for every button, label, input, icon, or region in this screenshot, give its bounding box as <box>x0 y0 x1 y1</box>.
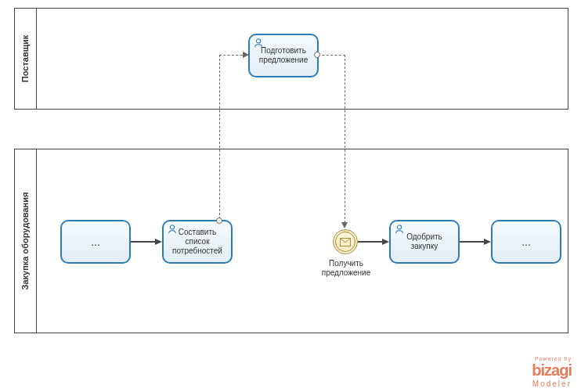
message-flow-2-h <box>318 55 345 56</box>
flow-arrowhead-3 <box>484 239 491 245</box>
task-prepare-proposal-label: Подготовить предложение <box>253 46 314 65</box>
task-collapsed-left-label: ... <box>91 236 100 248</box>
pool-supplier: Поставщик Подготовить предложение <box>14 8 568 110</box>
task-collapsed-right-label: ... <box>521 236 531 248</box>
svg-point-1 <box>170 225 174 229</box>
task-compose-list[interactable]: Составить список потребностей <box>162 220 233 264</box>
flow-arrow-2 <box>358 241 383 243</box>
task-prepare-proposal[interactable]: Подготовить предложение <box>248 34 319 77</box>
pool-supplier-label: Поставщик <box>15 9 37 109</box>
message-flow-2-start <box>314 52 320 58</box>
user-icon <box>394 224 405 235</box>
logo-sub: Modeler <box>532 379 572 388</box>
svg-point-0 <box>256 39 260 43</box>
pool-procurement-label-text: Закупка оборудования <box>21 192 31 290</box>
task-collapsed-right[interactable]: ... <box>491 220 561 264</box>
event-receive-proposal-label: Получить предложение <box>311 259 381 278</box>
user-icon <box>167 224 178 235</box>
pool-supplier-label-text: Поставщик <box>21 35 31 82</box>
message-flow-1-v <box>219 55 220 219</box>
pool-procurement-label: Закупка оборудования <box>15 149 37 333</box>
pool-supplier-content: Подготовить предложение <box>37 9 568 109</box>
user-icon <box>253 38 264 49</box>
pool-procurement-content: ... Составить список потребностей Получи… <box>37 149 568 333</box>
task-approve-purchase-label: Одобрить закупку <box>394 232 455 251</box>
flow-arrow-1 <box>131 241 156 243</box>
logo-powered: Powered by <box>532 356 572 361</box>
svg-point-3 <box>397 225 401 229</box>
logo-brand: bizagi <box>532 361 572 379</box>
event-receive-proposal[interactable] <box>333 229 358 254</box>
flow-arrowhead-1 <box>155 239 162 245</box>
message-flow-1-end <box>243 52 249 58</box>
message-flow-2-end <box>341 222 348 228</box>
flow-arrow-3 <box>460 241 485 243</box>
task-approve-purchase[interactable]: Одобрить закупку <box>389 220 460 264</box>
message-flow-1-start <box>216 218 222 224</box>
bizagi-logo: Powered by bizagi Modeler <box>532 356 572 388</box>
envelope-icon <box>340 238 351 246</box>
flow-arrowhead-2 <box>382 239 389 245</box>
pool-procurement: Закупка оборудования ... Составить списо… <box>14 149 568 333</box>
message-flow-2-v <box>345 55 345 223</box>
task-collapsed-left[interactable]: ... <box>60 220 131 264</box>
